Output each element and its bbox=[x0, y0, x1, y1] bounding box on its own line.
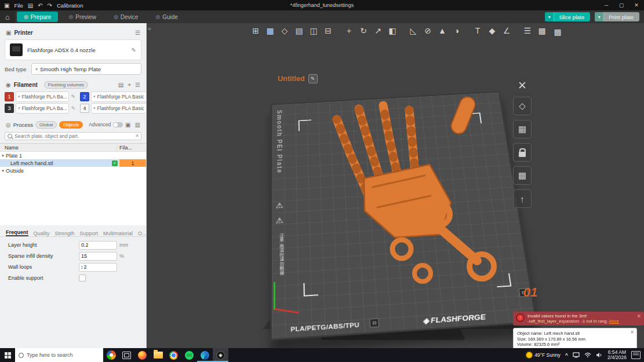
printer-card[interactable]: Flashforge AD5X 0.4 nozzle ✎ bbox=[5, 39, 141, 60]
object-visible-checkbox[interactable]: ✓ bbox=[112, 160, 118, 166]
sidebar-collapse-handle[interactable]: ‹› bbox=[148, 25, 151, 32]
wall-loops-stepper[interactable]: ▴▾ bbox=[81, 265, 83, 269]
wall-loops-input[interactable] bbox=[84, 264, 115, 270]
toast-close-icon[interactable]: ✕ bbox=[636, 313, 641, 319]
auto-orient-icon[interactable]: ◇ bbox=[278, 24, 291, 37]
widgets-button[interactable] bbox=[103, 348, 119, 362]
object-search-input[interactable] bbox=[5, 132, 141, 140]
info-close-icon[interactable]: ✕ bbox=[630, 330, 634, 335]
process-clone-icon[interactable]: ▣ bbox=[125, 122, 130, 128]
process-objects-toggle[interactable]: Objects bbox=[59, 121, 83, 129]
volume-tray-icon[interactable] bbox=[596, 352, 603, 358]
flushing-volumes-button[interactable]: Flushing volumes bbox=[44, 81, 88, 89]
app-chrome[interactable] bbox=[166, 348, 181, 362]
arrange-icon[interactable]: ▤ bbox=[293, 24, 305, 37]
process-global-toggle[interactable]: Global bbox=[35, 121, 57, 129]
object-filament-cell[interactable]: 1 bbox=[119, 159, 146, 167]
delete-plate-icon[interactable]: ✕ bbox=[518, 79, 527, 92]
filament-list-icon[interactable]: ▤ bbox=[118, 82, 123, 88]
variable-layer-height-icon[interactable]: ☰ bbox=[521, 24, 534, 37]
filament-3-select[interactable]: ▾ Flashforge PLA Ba... bbox=[16, 103, 69, 114]
toast-more-link[interactable]: More bbox=[609, 319, 619, 324]
support-paint-icon[interactable]: ▲ bbox=[436, 24, 449, 37]
filament-3-color-swatch[interactable]: 3 bbox=[5, 104, 14, 113]
slice-plate-button[interactable]: ▾ Slice plate bbox=[545, 12, 590, 21]
tab-strength[interactable]: Strength bbox=[55, 231, 75, 236]
add-model-icon[interactable]: ⊞ bbox=[249, 24, 262, 37]
slice-dropdown-caret-icon[interactable]: ▾ bbox=[545, 12, 554, 21]
filament-2-select[interactable]: ▾ Flashforge PLA Basic bbox=[91, 92, 147, 102]
tree-row-outside[interactable]: ▾ Outside bbox=[0, 167, 146, 174]
outside-expand-icon[interactable]: ▾ bbox=[0, 169, 6, 173]
search-clear-icon[interactable]: ✕ bbox=[135, 133, 139, 138]
multi-plate-icon[interactable]: ▩ bbox=[513, 166, 532, 185]
rotate-icon[interactable]: ↻ bbox=[357, 24, 370, 37]
tab-device[interactable]: ◎ Device bbox=[107, 12, 145, 22]
plate-perspective-icon[interactable]: ◇ bbox=[513, 97, 532, 115]
tab-guide[interactable]: ◎ Guide bbox=[148, 12, 185, 22]
task-view-button[interactable] bbox=[119, 348, 134, 362]
text-tool-icon[interactable]: T bbox=[471, 24, 484, 37]
display-tray-icon[interactable] bbox=[573, 352, 580, 358]
filament-slot-2[interactable]: 2 ▾ Flashforge PLA Basic ✎ bbox=[80, 92, 147, 101]
model-left-mech-hand[interactable] bbox=[315, 92, 506, 291]
app-edge[interactable] bbox=[197, 348, 213, 362]
filament-settings-icon[interactable]: ☰ bbox=[135, 82, 140, 88]
filament-slot-3[interactable]: 3 ▾ Flashforge PLA Ba... ✎ bbox=[5, 104, 75, 113]
split-to-objects-icon[interactable]: ◫ bbox=[307, 24, 320, 37]
process-layers-icon[interactable]: ▥ bbox=[135, 122, 140, 128]
filament-slot-4[interactable]: 4 ▾ Flashforge PLA Basic ✎ bbox=[80, 104, 147, 113]
tab-preview[interactable]: ◎ Preview bbox=[61, 12, 103, 22]
filament-4-select[interactable]: ▾ Flashforge PLA Basic bbox=[91, 103, 147, 114]
assembly-view-icon[interactable]: ▩ bbox=[551, 25, 564, 38]
plate-expand-icon[interactable]: ▾ bbox=[0, 153, 6, 158]
tab-support[interactable]: Support bbox=[80, 231, 99, 236]
project-rename-icon[interactable]: ✎ bbox=[308, 74, 318, 83]
app-spotify[interactable] bbox=[181, 348, 197, 362]
print-plate-button[interactable]: ▾ Print plate bbox=[595, 12, 639, 21]
minimize-button[interactable]: ─ bbox=[599, 0, 614, 10]
filament-4-color-swatch[interactable]: 4 bbox=[80, 104, 89, 113]
add-plate-icon[interactable]: ▦ bbox=[264, 24, 276, 37]
start-button[interactable] bbox=[0, 348, 15, 362]
plate-settings-icon[interactable]: ⊡ bbox=[369, 319, 379, 328]
filament-3-edit-icon[interactable]: ✎ bbox=[71, 105, 75, 111]
lock-plate-icon[interactable] bbox=[513, 143, 532, 162]
home-button[interactable]: ⌂ bbox=[0, 10, 15, 23]
assembly-icon[interactable]: ▩ bbox=[536, 24, 548, 37]
measure-icon[interactable]: ∠ bbox=[500, 24, 513, 37]
plate-move-up-icon[interactable]: ↑ bbox=[513, 189, 532, 208]
printer-edit-icon[interactable]: ✎ bbox=[132, 47, 136, 53]
plate-arrange-icon[interactable]: ▦ bbox=[513, 120, 532, 138]
tree-row-object[interactable]: Left mech hand.stl ✓ 1 bbox=[0, 159, 146, 167]
advanced-toggle[interactable] bbox=[113, 122, 123, 127]
filament-add-icon[interactable]: + bbox=[128, 82, 131, 88]
tab-others[interactable]: O... bbox=[138, 231, 146, 236]
printer-settings-icon[interactable]: ☰ bbox=[135, 30, 140, 36]
move-icon[interactable]: + bbox=[343, 24, 355, 37]
maximize-button[interactable]: ▢ bbox=[614, 0, 629, 10]
scale-icon[interactable]: ↗ bbox=[372, 24, 384, 37]
taskbar-clock[interactable]: 6:54 AM 2/4/2026 bbox=[607, 350, 627, 361]
filament-1-select[interactable]: ▾ Flashforge PLA Ba... bbox=[16, 92, 69, 102]
app-file-explorer[interactable] bbox=[150, 348, 166, 362]
filament-slot-1[interactable]: 1 ▾ Flashforge PLA Ba... ✎ bbox=[5, 92, 75, 101]
lay-flat-icon[interactable]: ◺ bbox=[407, 24, 420, 37]
error-toast[interactable]: ! Invalid values found in the 3mf: -raft… bbox=[513, 312, 644, 326]
cut-icon[interactable]: ⊘ bbox=[421, 24, 434, 37]
app-slicer[interactable]: ◈ bbox=[213, 348, 228, 362]
enable-support-checkbox[interactable] bbox=[79, 275, 86, 281]
tray-expand-icon[interactable]: ^ bbox=[565, 352, 568, 358]
action-center-icon[interactable] bbox=[631, 351, 641, 359]
weather-widget[interactable]: 49°F Sunny bbox=[526, 352, 561, 358]
print-dropdown-caret-icon[interactable]: ▾ bbox=[595, 12, 604, 21]
infill-density-input[interactable] bbox=[81, 253, 115, 259]
filament-2-color-swatch[interactable]: 2 bbox=[80, 92, 89, 101]
save-icon[interactable]: ▤ bbox=[28, 2, 33, 9]
tab-frequent[interactable]: Frequent bbox=[6, 229, 28, 236]
undo-icon[interactable]: ↶ bbox=[38, 2, 42, 9]
file-menu[interactable]: File bbox=[14, 2, 23, 9]
filament-1-edit-icon[interactable]: ✎ bbox=[71, 94, 75, 100]
network-tray-icon[interactable] bbox=[584, 352, 591, 358]
bed-type-select[interactable]: ▾ Smooth High Temp Plate bbox=[31, 63, 141, 75]
